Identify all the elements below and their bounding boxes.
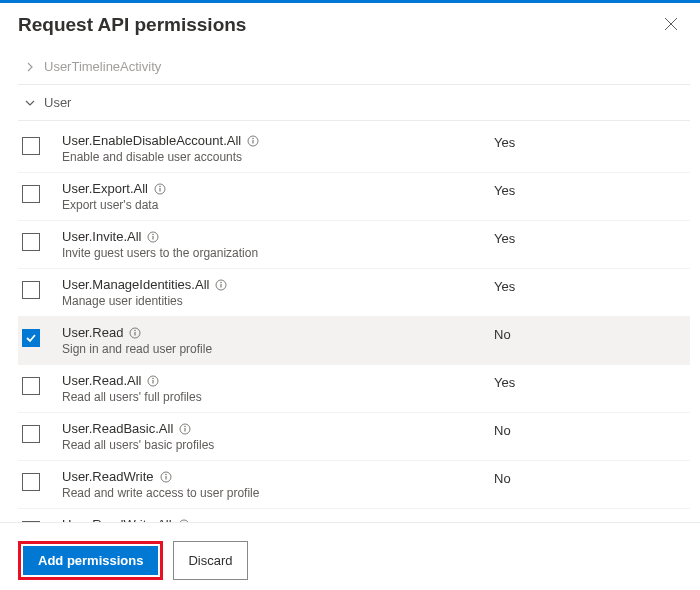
permission-row: User.Read.AllRead all users' full profil… (18, 365, 690, 413)
permission-name: User.Invite.All (62, 229, 141, 244)
svg-point-10 (221, 281, 222, 282)
permission-name-line: User.Read (62, 325, 494, 340)
info-icon[interactable] (160, 471, 172, 483)
checkbox-cell (22, 325, 62, 347)
permission-checkbox[interactable] (22, 185, 40, 203)
permission-checkbox[interactable] (22, 281, 40, 299)
permission-name-line: User.Read.All (62, 373, 494, 388)
checkbox-cell (22, 373, 62, 395)
admin-consent-value: Yes (494, 181, 684, 198)
permission-text: User.ReadBasic.AllRead all users' basic … (62, 421, 494, 452)
permission-name: User.ReadBasic.All (62, 421, 173, 436)
admin-consent-value: Yes (494, 229, 684, 246)
svg-point-1 (253, 137, 254, 138)
highlight-box: Add permissions (18, 541, 163, 580)
svg-point-4 (159, 185, 160, 186)
permission-row: User.EnableDisableAccount.AllEnable and … (18, 125, 690, 173)
svg-point-13 (135, 329, 136, 330)
permission-checkbox[interactable] (22, 425, 40, 443)
permission-text: User.ReadSign in and read user profile (62, 325, 494, 356)
permission-name-line: User.ManageIdentities.All (62, 277, 494, 292)
info-icon[interactable] (215, 279, 227, 291)
permission-checkbox[interactable] (22, 233, 40, 251)
svg-point-19 (185, 425, 186, 426)
group-usertimelineactivity[interactable]: UserTimelineActivity (18, 53, 690, 80)
permission-name: User.EnableDisableAccount.All (62, 133, 241, 148)
checkbox-cell (22, 421, 62, 443)
divider (18, 120, 690, 121)
permission-name: User.Read.All (62, 373, 141, 388)
permission-description: Manage user identities (62, 294, 494, 308)
info-icon[interactable] (179, 423, 191, 435)
permission-description: Read all users' basic profiles (62, 438, 494, 452)
permission-name-line: User.Invite.All (62, 229, 494, 244)
permission-text: User.EnableDisableAccount.AllEnable and … (62, 133, 494, 164)
permission-description: Enable and disable user accounts (62, 150, 494, 164)
close-icon (664, 17, 678, 31)
svg-rect-20 (185, 428, 186, 432)
permission-row: User.ManageIdentities.AllManage user ide… (18, 269, 690, 317)
svg-rect-17 (153, 380, 154, 384)
permission-checkbox[interactable] (22, 377, 40, 395)
group-label: UserTimelineActivity (44, 59, 161, 74)
svg-point-22 (165, 473, 166, 474)
permission-name-line: User.Export.All (62, 181, 494, 196)
permission-row: User.ReadSign in and read user profileNo (18, 317, 690, 365)
group-user[interactable]: User (18, 89, 690, 116)
permission-description: Invite guest users to the organization (62, 246, 494, 260)
info-icon[interactable] (147, 375, 159, 387)
panel-header: Request API permissions (0, 3, 700, 53)
permission-name: User.Read (62, 325, 123, 340)
checkbox-cell (22, 277, 62, 299)
checkbox-cell (22, 133, 62, 155)
permission-name-line: User.EnableDisableAccount.All (62, 133, 494, 148)
info-icon[interactable] (147, 231, 159, 243)
permission-text: User.ReadWriteRead and write access to u… (62, 469, 494, 500)
checkbox-cell (22, 181, 62, 203)
panel-content: UserTimelineActivity User User.EnableDis… (0, 53, 700, 525)
admin-consent-value: No (494, 469, 684, 486)
permission-name: User.Export.All (62, 181, 148, 196)
info-icon[interactable] (247, 135, 259, 147)
close-button[interactable] (660, 13, 682, 37)
admin-consent-value: No (494, 421, 684, 438)
permission-row: User.Invite.AllInvite guest users to the… (18, 221, 690, 269)
svg-rect-2 (253, 140, 254, 144)
divider (18, 84, 690, 85)
permission-checkbox[interactable] (22, 473, 40, 491)
permission-name: User.ManageIdentities.All (62, 277, 209, 292)
discard-button[interactable]: Discard (173, 541, 247, 580)
permission-description: Read all users' full profiles (62, 390, 494, 404)
permission-row: User.ReadWriteRead and write access to u… (18, 461, 690, 509)
permission-text: User.Read.AllRead all users' full profil… (62, 373, 494, 404)
chevron-right-icon (22, 62, 38, 72)
permission-name-line: User.ReadWrite (62, 469, 494, 484)
permission-text: User.ManageIdentities.AllManage user ide… (62, 277, 494, 308)
permission-checkbox[interactable] (22, 137, 40, 155)
admin-consent-value: No (494, 325, 684, 342)
svg-rect-23 (165, 476, 166, 480)
permission-description: Read and write access to user profile (62, 486, 494, 500)
svg-rect-11 (221, 284, 222, 288)
permission-checkbox[interactable] (22, 329, 40, 347)
permission-name-line: User.ReadBasic.All (62, 421, 494, 436)
group-label: User (44, 95, 71, 110)
add-permissions-button[interactable]: Add permissions (23, 546, 158, 575)
permission-row: User.ReadBasic.AllRead all users' basic … (18, 413, 690, 461)
info-icon[interactable] (129, 327, 141, 339)
permission-row: User.Export.AllExport user's dataYes (18, 173, 690, 221)
svg-point-7 (153, 233, 154, 234)
chevron-down-icon (22, 98, 38, 108)
svg-rect-14 (135, 332, 136, 336)
admin-consent-value: Yes (494, 133, 684, 150)
footer-bar: Add permissions Discard (0, 522, 700, 590)
svg-rect-8 (153, 236, 154, 240)
permission-description: Sign in and read user profile (62, 342, 494, 356)
admin-consent-value: Yes (494, 277, 684, 294)
permission-name: User.ReadWrite (62, 469, 154, 484)
permission-description: Export user's data (62, 198, 494, 212)
info-icon[interactable] (154, 183, 166, 195)
svg-rect-5 (159, 188, 160, 192)
permission-text: User.Invite.AllInvite guest users to the… (62, 229, 494, 260)
panel-title: Request API permissions (18, 14, 246, 36)
